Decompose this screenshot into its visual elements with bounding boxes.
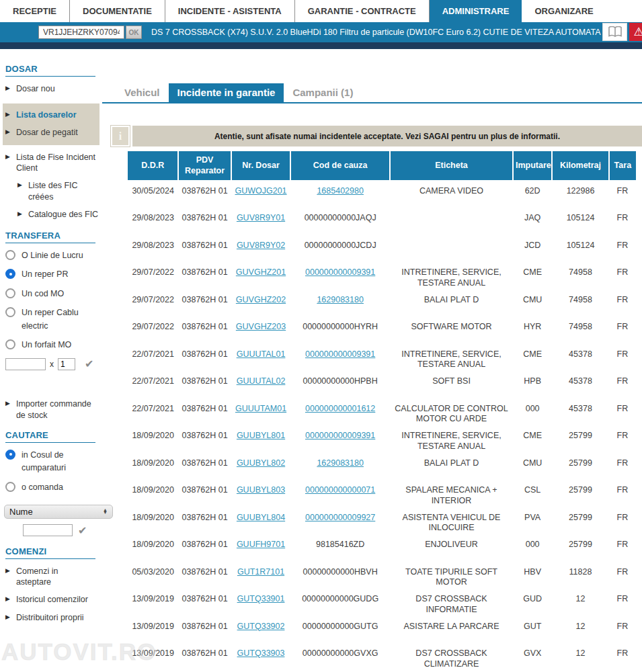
cell-kilometraj: 12: [552, 616, 608, 643]
arrow-bullet-icon: ▶: [5, 85, 10, 94]
dossier-link[interactable]: GUWOJG201: [235, 186, 286, 196]
radio-un-reper-pr[interactable]: Un reper PR: [5, 268, 102, 281]
confirm-check-icon[interactable]: ✔: [85, 358, 93, 370]
table-row: 18/09/2020038762H 01GUUFH970198185416ZDE…: [128, 534, 636, 561]
sidebar-item-lista-fise-incident[interactable]: ▶ Lista de Fise Incident Client: [5, 152, 101, 174]
cause-code-link[interactable]: 000000000009391: [305, 267, 375, 277]
sidebar-item-liste-fic[interactable]: ▶ Liste des FIC créées: [17, 180, 101, 202]
dossier-link[interactable]: GUVGHZ202: [236, 295, 286, 304]
documentation-book-button[interactable]: [602, 23, 627, 41]
dossier-link[interactable]: GUTQ33902: [237, 622, 285, 631]
cell-ddr: 05/03/2020: [128, 561, 178, 589]
dossier-link[interactable]: GUTQ33901: [237, 594, 285, 603]
cell-kilometraj: 12: [552, 588, 608, 616]
cause-code-link[interactable]: 000000000001612: [305, 404, 375, 413]
table-row: 05/03/2020038762H 01GUT1R710100000000000…: [128, 561, 636, 589]
cell-ddr: 29/08/2023: [128, 235, 178, 262]
dossier-link[interactable]: GUV8R9Y02: [237, 241, 285, 250]
cell-eticheta: ASISTENTA VEHICUL DE INLOCUIRE: [390, 507, 513, 534]
cause-code-link[interactable]: 000000000009391: [305, 349, 375, 359]
sidebar-item-distribuitori-proprii[interactable]: ▶ Distribuitori proprii: [5, 612, 101, 623]
dossier-link[interactable]: GUUBYL802: [237, 458, 285, 468]
cell-tara: FR: [609, 343, 636, 371]
table-row: 29/08/2023038762H 01GUV8R9Y0100000000000…: [128, 207, 636, 235]
dossier-link[interactable]: GUUUTAL02: [237, 376, 286, 386]
dossier-link[interactable]: GUUBYL801: [237, 431, 285, 440]
sidebar-item-comenzi-asteptare[interactable]: ▶ Comenzi in asteptare: [5, 566, 101, 588]
cell-kilometraj: 11828: [552, 561, 608, 589]
cause-code-link[interactable]: 1629083180: [317, 458, 364, 468]
transfer-code-input[interactable]: [5, 358, 46, 370]
sidebar: DOSAR ▶ Dosar nou ▶ Lista dosarelor ▶ Do…: [0, 49, 102, 630]
dossier-link[interactable]: GUUUTAM01: [235, 404, 286, 413]
cell-imputare: 000: [513, 398, 552, 425]
dossier-link[interactable]: GUUBYL804: [237, 513, 285, 522]
cell-tara: FR: [609, 180, 636, 208]
sidebar-item-istoricul-comenzilor[interactable]: ▶ Istoricul comenzilor: [5, 594, 101, 605]
radio-un-reper-cablu-electric[interactable]: Un reper Cablu electric: [5, 306, 102, 333]
nav-tab-documentatie[interactable]: DOCUMENTATIE: [69, 0, 165, 22]
table-row: 18/09/2020038762H 01GUUBYL8021629083180B…: [128, 452, 636, 480]
tab-vehicul[interactable]: Vehicul: [116, 83, 169, 102]
sidebar-item-importer-commande[interactable]: ▶ Importer commande de stock: [5, 398, 101, 421]
radio-o-comanda[interactable]: o comanda: [5, 481, 102, 494]
dossier-link[interactable]: GUVGHZ201: [236, 267, 286, 277]
nav-tab-garantie-contracte[interactable]: GARANTIE - CONTRACTE: [294, 0, 429, 22]
radio-linie-de-lucru[interactable]: O Linie de Lucru: [5, 249, 102, 262]
cause-code-link[interactable]: 000000000009391: [305, 431, 375, 440]
quantity-input[interactable]: [58, 358, 75, 370]
cause-code-link[interactable]: 1685402980: [317, 186, 364, 196]
dossier-link[interactable]: GUUFH9701: [237, 540, 285, 549]
nav-tab-receptie[interactable]: RECEPTIE: [0, 0, 69, 22]
radio-in-cosul-de-cumparaturi[interactable]: in Cosul de cumparaturi: [5, 449, 102, 475]
dossier-link[interactable]: GUUUTAL01: [237, 349, 286, 359]
cell-kilometraj: 25799: [552, 452, 608, 480]
dossier-link[interactable]: GUT1R7101: [237, 567, 284, 577]
cell-cod-de-cauza: 00000000000HBVH: [290, 561, 390, 589]
sidebar-item-dosar-nou[interactable]: ▶ Dosar nou: [5, 83, 101, 94]
tab-campanii[interactable]: Campanii (1): [284, 83, 362, 102]
column-header-pdv-reparator: PDV Reparator: [178, 151, 231, 180]
tab-incidente-in-garantie[interactable]: Incidente in garantie: [169, 83, 284, 102]
cell-pdv-reparator: 038762H 01: [178, 343, 231, 371]
radio-icon: [5, 288, 15, 298]
dossier-link[interactable]: GUUBYL803: [237, 485, 285, 495]
notice-banner: i Atentie, sunt afisate numai incidentel…: [111, 126, 642, 146]
radio-label: Un forfait MO: [22, 339, 71, 351]
vin-bar: OK DS 7 CROSSBACK (X74) S.U.V. 2.0 BlueH…: [0, 22, 642, 42]
radio-label: Un reper Cablu electric: [22, 306, 92, 333]
dossier-link[interactable]: GUTQ33903: [237, 648, 285, 658]
cell-imputare: GUD: [513, 588, 552, 616]
cell-nr-dosar: GUVGHZ203: [231, 316, 290, 343]
radio-un-cod-mo[interactable]: Un cod MO: [5, 288, 102, 300]
cause-code-link[interactable]: 1629083180: [317, 295, 364, 304]
cell-ddr: 18/09/2020: [128, 452, 178, 480]
cell-nr-dosar: GUV8R9Y02: [231, 235, 290, 262]
nav-tab-organizare[interactable]: ORGANIZARE: [522, 0, 606, 22]
cell-eticheta: [390, 235, 513, 262]
search-confirm-check-icon[interactable]: ✔: [78, 524, 87, 537]
cell-pdv-reparator: 038762H 01: [178, 642, 231, 670]
cause-code-link[interactable]: 000000000009927: [305, 513, 375, 522]
nav-tab-administrare[interactable]: ADMINISTRARE: [429, 0, 522, 22]
cell-pdv-reparator: 038762H 01: [178, 479, 231, 507]
search-input[interactable]: [23, 524, 73, 536]
sidebar-item-lista-dosarelor[interactable]: ▶ Lista dosarelor: [5, 110, 98, 120]
radio-icon: [5, 269, 15, 279]
vin-input[interactable]: [38, 26, 124, 39]
nav-tab-incidente-asistenta[interactable]: INCIDENTE - ASISTENTA: [165, 0, 294, 22]
dossier-link[interactable]: GUVGHZ203: [236, 322, 286, 331]
arrow-bullet-icon: ▶: [17, 210, 22, 220]
sidebar-item-catalogue-fic[interactable]: ▶ Catalogue des FIC: [17, 209, 101, 220]
cell-pdv-reparator: 038762H 01: [178, 507, 231, 534]
vin-ok-button[interactable]: OK: [126, 26, 142, 39]
dossier-link[interactable]: GUV8R9Y01: [237, 213, 285, 222]
search-field-select[interactable]: Nume ▲▼: [4, 505, 113, 519]
cell-kilometraj: 25799: [552, 507, 608, 534]
cause-code-link[interactable]: 000000000000071: [305, 485, 375, 495]
cell-eticheta: ASISTARE LA PARCARE: [390, 616, 513, 643]
sidebar-item-dosar-de-pegatit[interactable]: ▶ Dosar de pegatit: [5, 127, 98, 138]
radio-un-forfait-mo[interactable]: Un forfait MO: [5, 339, 102, 351]
alert-button[interactable]: ⚠: [629, 23, 642, 41]
cell-imputare: CSL: [513, 479, 552, 507]
